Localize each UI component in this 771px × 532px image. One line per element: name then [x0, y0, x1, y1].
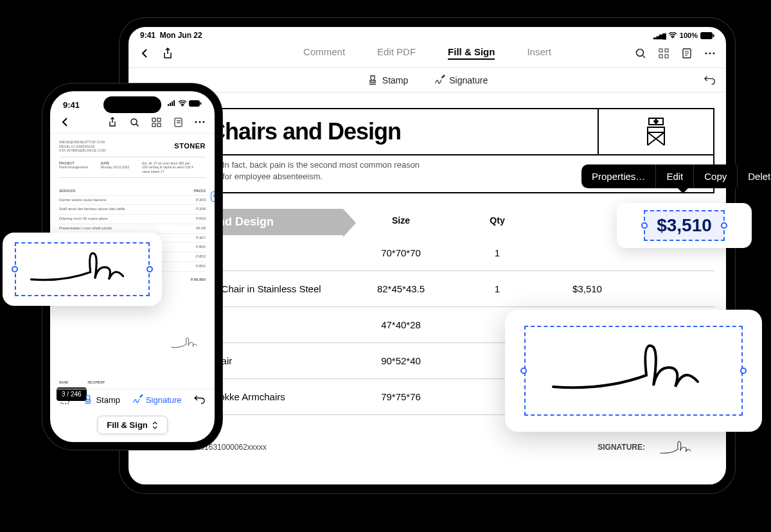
stamp-label: Stamp: [382, 75, 408, 85]
grid-icon[interactable]: [150, 116, 162, 128]
doc-footer: IBAN: It28I9326201631000062xxxxx SIGNATU…: [140, 434, 696, 460]
resize-handle-right[interactable]: [721, 222, 727, 229]
stamp-icon: [367, 75, 378, 86]
document-signature: [658, 434, 696, 460]
svg-rect-26: [157, 118, 161, 121]
share-icon[interactable]: [162, 48, 173, 59]
tab-edit-pdf[interactable]: Edit PDF: [377, 46, 416, 60]
signature-label: SIGNATURE:: [598, 443, 645, 452]
ipad-subbar: Stamp Signature: [128, 68, 726, 93]
iphone-status-icons: [167, 100, 202, 110]
iphone-time: 9:41: [63, 100, 80, 110]
tab-comment[interactable]: Comment: [303, 46, 345, 60]
signature-icon: [434, 75, 445, 86]
iphone-toolbar: Stamp Signature: [50, 389, 215, 410]
director-chair-icon: [640, 116, 672, 148]
context-menu: Properties… Edit Copy Delete: [581, 164, 771, 188]
resize-handle-left[interactable]: [520, 368, 527, 374]
resize-handle-left[interactable]: [12, 266, 18, 272]
stamp-tool[interactable]: Stamp: [83, 395, 120, 405]
menu-copy[interactable]: Copy: [694, 164, 738, 188]
status-left: 9:41 Mon Jun 22: [140, 31, 202, 40]
page-view-icon[interactable]: [172, 116, 184, 128]
svg-point-23: [131, 119, 137, 125]
page-view-icon[interactable]: [681, 48, 693, 59]
status-time: 9:41: [140, 31, 155, 40]
svg-rect-35: [61, 396, 69, 403]
doc-logo: [598, 109, 713, 154]
stamp-tool[interactable]: Stamp: [367, 75, 408, 86]
svg-rect-25: [152, 118, 155, 121]
signature-panel-small: [3, 233, 162, 306]
mode-pill[interactable]: Fill & Sign: [97, 416, 168, 434]
svg-line-24: [136, 124, 139, 127]
svg-rect-22: [200, 102, 202, 105]
signature-drawing: [24, 247, 140, 292]
svg-rect-27: [152, 123, 155, 127]
signature-tool[interactable]: Signature: [434, 75, 488, 86]
svg-point-34: [203, 121, 205, 123]
signature-panel-large: [505, 310, 762, 432]
share-icon[interactable]: [107, 116, 118, 128]
select-rect-icon[interactable]: [59, 394, 71, 405]
signature-tool[interactable]: Signature: [132, 395, 182, 405]
svg-line-3: [643, 55, 646, 58]
menu-properties[interactable]: Properties…: [581, 164, 656, 188]
doc-blurb-1: In fact, back pain is the second most co…: [222, 159, 420, 171]
more-icon[interactable]: [194, 116, 206, 128]
menu-delete[interactable]: Delete: [738, 164, 771, 188]
undo-icon[interactable]: [704, 75, 716, 86]
svg-rect-7: [665, 55, 668, 58]
svg-rect-28: [157, 123, 161, 127]
signature-drawing: [547, 335, 720, 406]
msg-badge[interactable]: =: [211, 191, 218, 202]
tab-insert[interactable]: Insert: [527, 46, 551, 60]
wifi-icon: [668, 32, 677, 39]
undo-icon[interactable]: [194, 394, 206, 405]
price-field-popup: $3,510: [617, 203, 752, 248]
svg-point-14: [713, 52, 714, 54]
svg-point-12: [705, 52, 707, 54]
signature-selected[interactable]: [15, 242, 150, 296]
svg-rect-4: [659, 49, 662, 52]
brand-label: STONER: [174, 141, 206, 150]
chevron-updown-icon: [152, 421, 158, 429]
resize-handle-right[interactable]: [146, 266, 153, 272]
cell-signal-icon: [653, 31, 666, 39]
status-right: 100%: [653, 31, 714, 39]
status-date: Mon Jun 22: [160, 31, 202, 40]
back-icon[interactable]: [139, 48, 150, 59]
svg-rect-5: [665, 49, 668, 52]
svg-rect-19: [648, 127, 664, 132]
grid-icon[interactable]: [658, 48, 669, 59]
mode-tabs: Comment Edit PDF Fill & Sign Insert: [303, 46, 551, 60]
ipad-topbar: Comment Edit PDF Fill & Sign Insert: [128, 41, 726, 68]
battery-pct: 100%: [680, 31, 698, 39]
svg-rect-0: [701, 32, 713, 39]
resize-handle-left[interactable]: [641, 222, 648, 229]
more-icon[interactable]: [704, 48, 716, 59]
stamp-icon: [83, 395, 93, 405]
menu-edit[interactable]: Edit: [656, 164, 694, 188]
svg-point-32: [195, 121, 197, 123]
th-qty: Qty: [459, 209, 536, 235]
notch: [103, 96, 161, 113]
search-icon[interactable]: [635, 48, 646, 59]
svg-rect-6: [659, 55, 662, 58]
price-value: $3,510: [657, 215, 712, 235]
svg-point-13: [709, 52, 711, 54]
signature-selected[interactable]: [524, 326, 743, 416]
tab-fill-sign[interactable]: Fill & Sign: [448, 46, 495, 60]
battery-icon: [700, 32, 714, 39]
doc-blurb-2: for employee absenteeism.: [222, 171, 420, 182]
price-input-selected[interactable]: $3,510: [644, 210, 725, 241]
resize-handle-right[interactable]: [740, 368, 747, 374]
th-size: Size: [343, 209, 459, 235]
ipad-statusbar: 9:41 Mon Jun 22 100%: [128, 27, 726, 41]
signature-label: Signature: [449, 75, 488, 85]
svg-point-2: [637, 49, 644, 56]
back-icon[interactable]: [59, 116, 71, 128]
iphone-doc-signature: [170, 333, 202, 352]
iphone-topbar: [50, 112, 215, 134]
search-icon[interactable]: [128, 116, 140, 128]
